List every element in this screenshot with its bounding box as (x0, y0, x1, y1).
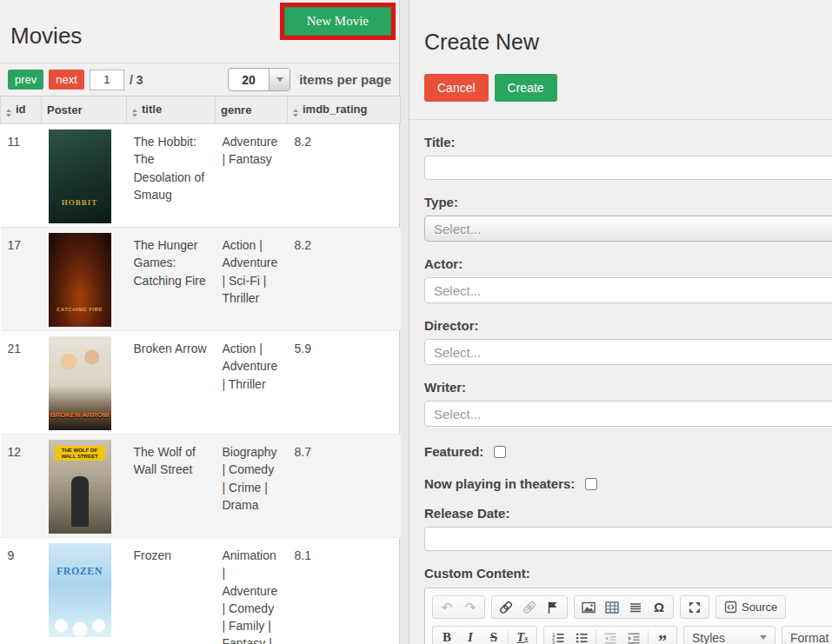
styles-dropdown[interactable]: Styles (683, 626, 775, 644)
table-icon (605, 601, 619, 614)
cell-title: Broken Arrow (127, 331, 216, 435)
table-row: 11 HOBBIT The Hobbit: The Desolation of … (1, 124, 401, 228)
italic-button[interactable]: I (459, 627, 482, 644)
link-icon (499, 601, 513, 614)
numbered-list-button[interactable]: 123 (547, 627, 569, 644)
new-movie-button[interactable]: New Movie (284, 7, 391, 36)
image-icon (582, 601, 596, 614)
cell-genre: Adventure | Fantasy (216, 124, 288, 228)
outdent-icon (603, 631, 617, 644)
type-label: Type: (424, 195, 832, 209)
movie-poster: CATCHING FIRE (49, 233, 111, 327)
actor-label: Actor: (424, 256, 832, 271)
maximize-button[interactable] (683, 597, 706, 617)
strikethrough-button[interactable]: S (483, 627, 505, 644)
featured-checkbox[interactable] (494, 446, 506, 458)
cell-genre: Action | Adventure | Sci-Fi | Thriller (216, 228, 288, 331)
sort-icon (293, 109, 298, 117)
horizontal-line-button[interactable] (624, 597, 647, 617)
cell-id: 12 (1, 435, 42, 538)
actor-select[interactable] (424, 277, 832, 303)
featured-label: Featured: (424, 444, 483, 459)
chevron-down-icon[interactable] (269, 69, 290, 90)
cell-genre: Biography | Comedy | Crime | Drama (216, 435, 288, 538)
format-dropdown[interactable]: Format (782, 626, 832, 644)
link-button[interactable] (495, 597, 517, 617)
prev-button[interactable]: prev (8, 70, 43, 90)
editor-toolbar-row-1: ↶ ↷ (432, 595, 832, 619)
bulleted-list-button[interactable] (570, 627, 593, 644)
undo-button[interactable]: ↶ (436, 597, 458, 617)
form-actions: Cancel Create (424, 74, 832, 102)
director-select[interactable] (424, 339, 832, 365)
bulleted-list-icon (575, 631, 589, 644)
movie-poster: FROZEN (49, 543, 111, 637)
table-header-row: id Poster title genre imdb_rating (1, 96, 401, 124)
remove-format-button[interactable]: Tx (511, 627, 534, 644)
cell-imdb-rating: 8.2 (288, 228, 401, 331)
now-playing-checkbox[interactable] (585, 478, 597, 490)
header-title[interactable]: title (127, 96, 216, 124)
custom-content-label: Custom Content: (424, 566, 832, 581)
sort-icon (6, 109, 11, 117)
header-poster: Poster (42, 96, 127, 124)
cell-id: 9 (1, 538, 42, 644)
items-per-page-label: items per page (299, 72, 391, 87)
movie-poster: BROKEN ARROW (49, 336, 111, 430)
outdent-button[interactable] (599, 627, 622, 644)
panel-title: Create New (424, 30, 832, 55)
indent-button[interactable] (622, 627, 645, 644)
blockquote-button[interactable]: ” (651, 627, 674, 644)
create-button[interactable]: Create (495, 74, 557, 102)
cell-id: 21 (1, 331, 42, 435)
redo-button[interactable]: ↷ (459, 597, 482, 617)
unlink-icon (522, 601, 536, 614)
table-button[interactable] (601, 597, 623, 617)
special-char-button[interactable]: Ω (648, 597, 670, 617)
now-playing-label: Now playing in theaters: (424, 476, 575, 491)
source-button[interactable]: Source (719, 597, 782, 617)
type-select[interactable] (424, 216, 832, 242)
rich-text-editor: ↶ ↷ (424, 588, 832, 644)
horizontal-line-icon (629, 601, 642, 614)
header-genre: genre (216, 96, 288, 124)
anchor-button[interactable] (542, 597, 564, 617)
items-per-page-value: 20 (229, 69, 269, 90)
indent-icon (627, 631, 641, 644)
editor-toolbar-row-2: B I S Tx 123 (432, 626, 832, 644)
writer-select[interactable] (424, 401, 832, 427)
movie-poster: THE WOLF OF WALL STREET (49, 440, 111, 534)
items-per-page-select[interactable]: 20 (228, 68, 290, 91)
writer-label: Writer: (424, 380, 832, 395)
pagination-bar: prev next / 3 20 items per page (0, 63, 399, 96)
cell-imdb-rating: 8.1 (288, 538, 401, 644)
next-button[interactable]: next (49, 70, 84, 90)
cell-imdb-rating: 5.9 (288, 331, 401, 435)
source-icon (724, 601, 737, 614)
page-number-input[interactable] (90, 70, 124, 90)
image-button[interactable] (577, 597, 600, 617)
cell-title: The Hunger Games: Catching Fire (127, 228, 216, 331)
page-total-label: / 3 (130, 73, 143, 87)
unlink-button[interactable] (518, 597, 541, 617)
create-new-panel: Create New Cancel Create Title: Type: Ac… (409, 0, 832, 644)
director-label: Director: (424, 318, 832, 333)
title-input[interactable] (424, 156, 832, 180)
cell-title: The Wolf of Wall Street (127, 435, 216, 538)
title-label: Title: (424, 135, 832, 149)
cell-title: Frozen (127, 538, 216, 644)
movies-header: Movies New Movie (0, 0, 399, 63)
highlight-box: New Movie (280, 3, 396, 40)
cell-genre: Animation | Adventure | Comedy | Family … (216, 538, 288, 644)
release-date-input[interactable] (424, 527, 832, 551)
header-id[interactable]: id (1, 96, 42, 124)
cell-id: 17 (1, 228, 42, 331)
cancel-button[interactable]: Cancel (424, 74, 489, 102)
bold-button[interactable]: B (436, 627, 458, 644)
cell-imdb-rating: 8.2 (288, 124, 401, 228)
table-row: 21 BROKEN ARROW Broken Arrow Action | Ad… (1, 331, 401, 435)
maximize-icon (688, 601, 702, 614)
divider (409, 119, 832, 120)
header-imdb-rating[interactable]: imdb_rating (288, 96, 401, 124)
movie-poster: HOBBIT (49, 129, 111, 223)
